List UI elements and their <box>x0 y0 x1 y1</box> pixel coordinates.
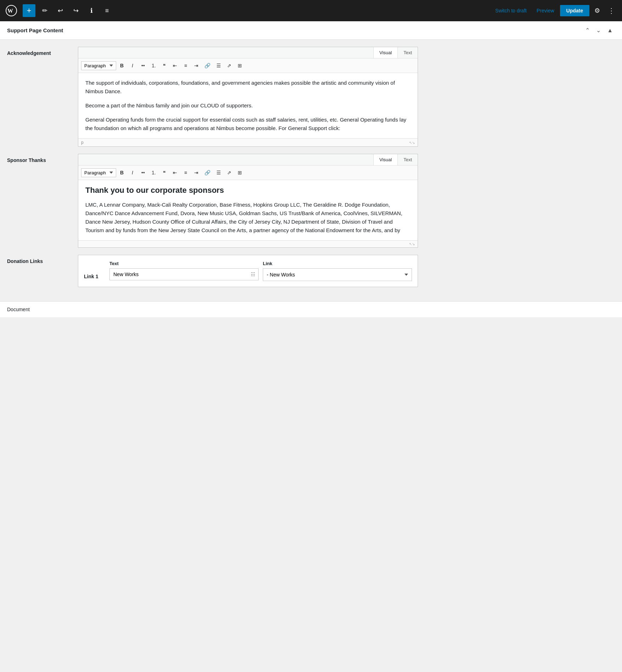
align-left-btn-sp[interactable]: ⇤ <box>170 168 180 178</box>
donation-links-label: Donation Links <box>7 255 78 264</box>
ul-btn-ack[interactable]: •• <box>138 61 148 71</box>
acknowledgement-toolbar: Paragraph B I •• 1. ❝ ⇤ ≡ ⇥ 🔗 ☰ ⇗ ⊞ <box>78 58 418 73</box>
document-row: Document <box>0 301 622 317</box>
ol-btn-sp[interactable]: 1. <box>149 168 159 178</box>
text-field-container: Text ☷ <box>109 261 259 281</box>
gear-icon: ⚙ <box>594 7 600 15</box>
info-icon: ℹ <box>90 7 93 15</box>
format-select-sponsor[interactable]: Paragraph <box>81 168 116 177</box>
grid-btn-ack[interactable]: ⊞ <box>235 61 245 71</box>
preview-button[interactable]: Preview <box>532 6 559 16</box>
topbar: W + ✏ ↩ ↪ ℹ ≡ Switch to draft Preview Up… <box>0 0 622 21</box>
switch-to-draft-button[interactable]: Switch to draft <box>491 6 531 16</box>
document-label: Document <box>7 307 30 312</box>
bold-btn-sp[interactable]: B <box>117 168 127 178</box>
grid-btn-sp[interactable]: ⊞ <box>235 168 245 178</box>
tab-acknowledgement-visual[interactable]: Visual <box>373 47 397 58</box>
wp-logo: W <box>4 4 18 18</box>
donation-links-editor: Link 1 Text ☷ Link <box>78 255 418 287</box>
table-btn-sp[interactable]: ☰ <box>214 168 224 178</box>
edit-icon: ✏ <box>42 7 47 15</box>
acknowledgement-label: Acknowledgement <box>7 47 78 56</box>
dots-icon: ⋮ <box>608 6 615 15</box>
link-btn-ack[interactable]: 🔗 <box>202 61 213 71</box>
align-left-btn-ack[interactable]: ⇤ <box>170 61 180 71</box>
close-panel-button[interactable]: ▲ <box>605 26 615 35</box>
svg-text:W: W <box>7 8 13 14</box>
italic-btn-sp[interactable]: I <box>128 168 137 178</box>
info-button[interactable]: ℹ <box>85 4 98 17</box>
sponsor-thanks-section: Sponsor Thanks Visual Text Paragraph B I… <box>7 154 418 248</box>
link-field-container: Link - New Works General Support Educati… <box>263 261 412 281</box>
format-select-acknowledgement[interactable]: Paragraph <box>81 61 116 70</box>
fullscreen-btn-ack[interactable]: ⇗ <box>224 61 234 71</box>
link-row-1: Link 1 Text ☷ Link <box>84 261 412 281</box>
sponsor-thanks-content[interactable]: Thank you to our corporate sponsors LMC,… <box>78 180 418 240</box>
collapse-down-button[interactable]: ⌄ <box>594 26 603 35</box>
table-btn-ack[interactable]: ☰ <box>214 61 224 71</box>
text-input-wrap: ☷ <box>109 268 259 280</box>
align-right-btn-sp[interactable]: ⇥ <box>191 168 201 178</box>
ack-para-3: General Operating funds form the crucial… <box>85 116 411 133</box>
sponsor-thanks-label: Sponsor Thanks <box>7 154 78 163</box>
acknowledgement-footer: p ↖↘ <box>78 138 418 146</box>
list-view-button[interactable]: ≡ <box>101 4 113 17</box>
page-title: Support Page Content <box>7 27 63 33</box>
acknowledgement-editor: Visual Text Paragraph B I •• 1. ❝ ⇤ ≡ ⇥ … <box>78 47 418 147</box>
fullscreen-btn-sp[interactable]: ⇗ <box>224 168 234 178</box>
tab-sponsor-visual[interactable]: Visual <box>373 154 397 165</box>
link-1-fields: Text ☷ Link - New Works Gener <box>109 261 412 281</box>
page-header-controls: ⌃ ⌄ ▲ <box>583 26 615 35</box>
main-content: Acknowledgement Visual Text Paragraph B … <box>0 40 425 301</box>
redo-button[interactable]: ↪ <box>69 4 82 17</box>
link-btn-sp[interactable]: 🔗 <box>202 168 213 178</box>
align-center-btn-ack[interactable]: ≡ <box>181 61 191 71</box>
link-field-label: Link <box>263 261 412 266</box>
update-button[interactable]: Update <box>560 5 589 16</box>
blockquote-btn-ack[interactable]: ❝ <box>159 61 169 71</box>
link-select-wrap: - New Works General Support Education Fu… <box>263 268 412 281</box>
align-right-btn-ack[interactable]: ⇥ <box>191 61 201 71</box>
italic-btn-ack[interactable]: I <box>128 61 137 71</box>
ack-para-1: The support of individuals, corporations… <box>85 79 411 96</box>
sponsor-thanks-footer: ↖↘ <box>78 240 418 247</box>
sponsor-thanks-para: LMC, A Lennar Company, Mack-Cali Realty … <box>85 201 411 235</box>
link-1-label: Link 1 <box>84 261 105 279</box>
acknowledgement-content[interactable]: The support of individuals, corporations… <box>78 73 418 138</box>
acknowledgement-tabs: Visual Text <box>78 47 418 58</box>
resize-handle-ack[interactable]: ↖↘ <box>409 141 415 145</box>
acknowledgement-section: Acknowledgement Visual Text Paragraph B … <box>7 47 418 147</box>
undo-icon: ↩ <box>58 7 63 15</box>
sponsor-thanks-heading: Thank you to our corporate sponsors <box>85 186 411 195</box>
sponsor-thanks-tabs: Visual Text <box>78 154 418 166</box>
topbar-right-controls: Switch to draft Preview Update ⚙ ⋮ <box>491 4 618 17</box>
settings-button[interactable]: ⚙ <box>591 4 604 17</box>
donation-links-section: Donation Links Link 1 Text ☷ <box>7 255 418 287</box>
list-icon: ≡ <box>105 7 109 15</box>
link-select[interactable]: - New Works General Support Education Fu… <box>263 268 412 281</box>
ul-btn-sp[interactable]: •• <box>138 168 148 178</box>
ol-btn-ack[interactable]: 1. <box>149 61 159 71</box>
text-input[interactable] <box>110 269 248 280</box>
text-input-icon: ☷ <box>248 271 258 277</box>
bold-btn-ack[interactable]: B <box>117 61 127 71</box>
collapse-up-button[interactable]: ⌃ <box>583 26 592 35</box>
text-field-label: Text <box>109 261 259 266</box>
editor-tag-indicator: p <box>81 140 84 145</box>
ack-para-2: Become a part of the Nimbus family and j… <box>85 101 411 110</box>
donation-links-box: Link 1 Text ☷ Link <box>78 255 418 287</box>
align-center-btn-sp[interactable]: ≡ <box>181 168 191 178</box>
resize-handle-sp[interactable]: ↖↘ <box>409 242 415 246</box>
edit-icon-button[interactable]: ✏ <box>38 4 51 17</box>
undo-button[interactable]: ↩ <box>54 4 67 17</box>
redo-icon: ↪ <box>73 7 79 15</box>
blockquote-btn-sp[interactable]: ❝ <box>159 168 169 178</box>
sponsor-thanks-toolbar: Paragraph B I •• 1. ❝ ⇤ ≡ ⇥ 🔗 ☰ ⇗ ⊞ <box>78 166 418 180</box>
more-options-button[interactable]: ⋮ <box>605 4 618 17</box>
tab-acknowledgement-text[interactable]: Text <box>397 47 418 58</box>
add-block-button[interactable]: + <box>23 4 35 17</box>
sponsor-thanks-editor: Visual Text Paragraph B I •• 1. ❝ ⇤ ≡ ⇥ … <box>78 154 418 248</box>
page-header: Support Page Content ⌃ ⌄ ▲ <box>0 21 622 40</box>
tab-sponsor-text[interactable]: Text <box>397 154 418 165</box>
